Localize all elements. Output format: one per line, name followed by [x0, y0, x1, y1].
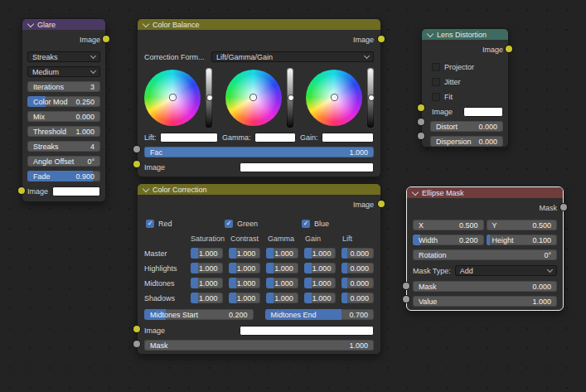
image-output-socket[interactable] — [378, 201, 385, 207]
shadows-gain-slider[interactable]: 1.000 — [304, 293, 337, 303]
mask-slider[interactable]: Mask1.000 — [144, 340, 374, 351]
fit-checkbox[interactable] — [432, 93, 440, 101]
projector-checkbox[interactable] — [432, 63, 440, 71]
image-input-socket[interactable] — [18, 187, 25, 194]
node-editor-canvas[interactable]: Glare Image Streaks Medium Iterations3 C… — [0, 0, 586, 392]
blue-channel-checkbox[interactable] — [302, 220, 310, 228]
dispersion-field[interactable]: Dispersion0.000 — [430, 136, 503, 147]
x-field[interactable]: X0.500 — [413, 220, 484, 230]
collapse-chevron-icon[interactable] — [143, 185, 149, 191]
collapse-chevron-icon[interactable] — [143, 20, 149, 27]
highlights-gamma-slider[interactable]: 1.000 — [266, 263, 298, 273]
y-field[interactable]: Y0.500 — [487, 220, 558, 230]
value-input-socket[interactable] — [403, 296, 409, 302]
dispersion-input-socket[interactable] — [418, 133, 424, 139]
glare-node-header[interactable]: Glare — [22, 19, 105, 30]
iterations-field[interactable]: Iterations3 — [27, 81, 100, 92]
image-output-socket[interactable] — [378, 36, 385, 42]
angle-offset-field[interactable]: Angle Offset0° — [27, 156, 100, 167]
midtones-gain-slider[interactable]: 1.000 — [304, 278, 337, 288]
color-balance-node-header[interactable]: Color Balance — [138, 19, 380, 30]
ellipse-mask-node[interactable]: Ellipse Mask Mask X0.500 Y0.500 Width0.2… — [406, 186, 564, 311]
highlights-contrast-slider[interactable]: 1.000 — [229, 263, 261, 273]
glare-node[interactable]: Glare Image Streaks Medium Iterations3 C… — [22, 18, 106, 202]
mask-input-socket[interactable] — [133, 341, 140, 347]
distort-field[interactable]: Distort0.000 — [430, 121, 503, 132]
mask-slider[interactable]: Mask0.000 — [413, 281, 557, 292]
lens-distortion-node-header[interactable]: Lens Distortion — [422, 29, 508, 40]
midtones-end-slider[interactable]: Midtones End0.700 — [265, 309, 375, 320]
midtones-contrast-slider[interactable]: 1.000 — [229, 278, 261, 288]
fac-slider[interactable]: Fac1.000 — [144, 147, 374, 157]
threshold-field[interactable]: Threshold1.000 — [27, 126, 100, 137]
mask-type-dropdown[interactable]: Add — [455, 265, 557, 276]
master-lift-slider[interactable]: 0.000 — [341, 248, 374, 259]
image-color-swatch[interactable] — [240, 326, 374, 336]
lift-color-wheel[interactable] — [144, 70, 201, 126]
midtones-saturation-slider[interactable]: 1.000 — [191, 278, 223, 288]
image-color-swatch[interactable] — [240, 162, 374, 172]
lift-value-slider[interactable] — [206, 68, 212, 128]
shadows-lift-slider[interactable]: 0.000 — [341, 293, 374, 303]
green-channel-checkbox[interactable] — [225, 220, 233, 228]
height-slider[interactable]: Height0.100 — [487, 235, 558, 245]
color-correction-node[interactable]: Color Correction Image Red Green Blue — [137, 183, 381, 355]
highlights-saturation-slider[interactable]: 1.000 — [191, 263, 223, 273]
slider-handle[interactable] — [368, 94, 375, 101]
color-correction-node-header[interactable]: Color Correction — [138, 184, 380, 195]
image-input-socket[interactable] — [418, 104, 424, 111]
ellipse-mask-node-header[interactable]: Ellipse Mask — [407, 187, 563, 198]
gain-value-slider[interactable] — [367, 68, 374, 128]
gamma-value-slider[interactable] — [287, 68, 293, 128]
jitter-checkbox[interactable] — [432, 78, 440, 86]
red-channel-checkbox[interactable] — [146, 220, 154, 228]
color-balance-node[interactable]: Color Balance Image Correction Form... L… — [137, 18, 381, 177]
glare-quality-dropdown[interactable]: Medium — [27, 66, 100, 77]
slider-handle[interactable] — [288, 94, 294, 101]
midtones-start-slider[interactable]: Midtones Start0.200 — [144, 309, 254, 320]
rotation-field[interactable]: Rotation0° — [413, 249, 557, 260]
streaks-field[interactable]: Streaks4 — [27, 141, 100, 152]
master-gamma-slider[interactable]: 1.000 — [266, 248, 298, 259]
lens-distortion-node[interactable]: Lens Distortion Image Projector Jitter F… — [421, 28, 509, 148]
wheel-cursor[interactable] — [170, 94, 176, 100]
midtones-lift-slider[interactable]: 0.000 — [341, 278, 374, 288]
fade-slider[interactable]: Fade0.900 — [27, 171, 100, 181]
gamma-color-swatch[interactable] — [254, 133, 296, 143]
mask-input-socket[interactable] — [403, 283, 409, 289]
wheel-cursor[interactable] — [332, 94, 337, 100]
glare-type-dropdown[interactable]: Streaks — [27, 51, 100, 62]
midtones-gamma-slider[interactable]: 1.000 — [266, 278, 298, 288]
shadows-saturation-slider[interactable]: 1.000 — [191, 293, 223, 303]
mask-output-socket[interactable] — [560, 204, 567, 211]
value-slider[interactable]: Value1.000 — [413, 296, 557, 307]
fac-input-socket[interactable] — [133, 146, 140, 152]
gain-color-wheel[interactable] — [306, 70, 362, 126]
lift-color-swatch[interactable] — [160, 133, 218, 143]
width-slider[interactable]: Width0.200 — [413, 235, 484, 245]
image-color-swatch[interactable] — [52, 186, 100, 196]
wheel-cursor[interactable] — [250, 94, 256, 100]
image-color-swatch[interactable] — [463, 107, 503, 117]
distort-input-socket[interactable] — [418, 119, 424, 125]
highlights-lift-slider[interactable]: 0.000 — [341, 263, 374, 273]
shadows-gamma-slider[interactable]: 1.000 — [266, 293, 298, 303]
master-contrast-slider[interactable]: 1.000 — [229, 248, 261, 259]
image-input-socket[interactable] — [133, 161, 140, 167]
image-output-socket[interactable] — [506, 46, 512, 52]
color-mod-slider[interactable]: Color Mod0.250 — [27, 96, 100, 107]
slider-handle[interactable] — [206, 94, 213, 101]
shadows-contrast-slider[interactable]: 1.000 — [229, 293, 261, 303]
mix-slider[interactable]: Mix0.000 — [27, 111, 100, 122]
master-gain-slider[interactable]: 1.000 — [304, 248, 337, 259]
gain-color-swatch[interactable] — [322, 133, 374, 143]
correction-formula-dropdown[interactable]: Lift/Gamma/Gain — [211, 51, 374, 62]
image-output-socket[interactable] — [103, 36, 109, 42]
gamma-color-wheel[interactable] — [225, 70, 282, 126]
image-input-socket[interactable] — [133, 326, 140, 332]
collapse-chevron-icon[interactable] — [27, 20, 34, 27]
collapse-chevron-icon[interactable] — [427, 30, 433, 36]
highlights-gain-slider[interactable]: 1.000 — [304, 263, 337, 273]
master-saturation-slider[interactable]: 1.000 — [191, 248, 223, 259]
collapse-chevron-icon[interactable] — [412, 188, 419, 195]
